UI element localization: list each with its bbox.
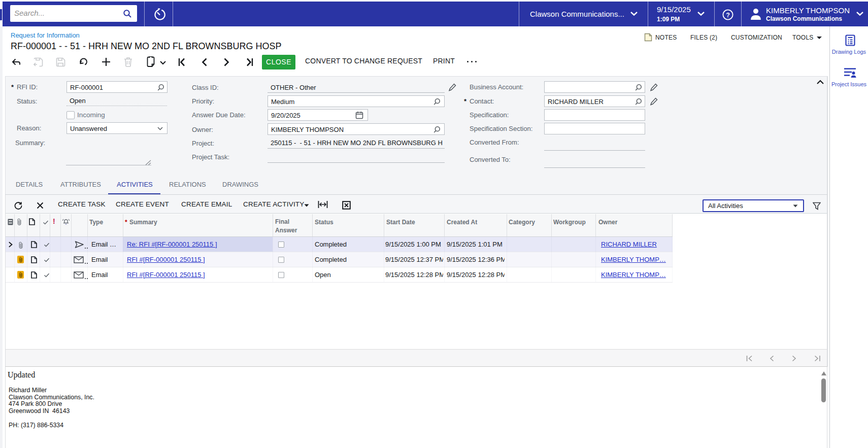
- svg-text:?: ?: [726, 12, 730, 19]
